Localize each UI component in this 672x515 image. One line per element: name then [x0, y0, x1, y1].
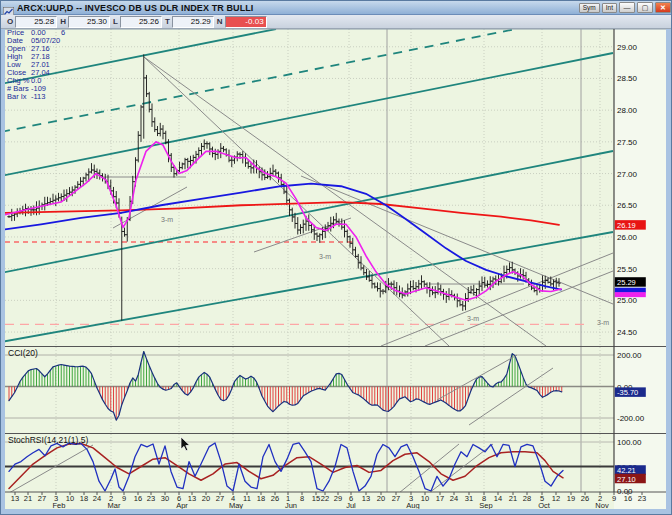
- price-axis-label: 26.00: [617, 233, 638, 242]
- date-tick-label: 26: [271, 494, 279, 503]
- date-tick-label: 30: [161, 494, 169, 503]
- trade-value: 25.29: [172, 16, 214, 28]
- date-tick-label: 15: [312, 494, 320, 503]
- window-title: ARCX:UUP,D -- INVESCO DB US DLR INDEX TR…: [17, 3, 576, 13]
- three-month-label: 3-m: [319, 253, 331, 260]
- date-tick-label: 18: [257, 494, 265, 503]
- chart-window: 3-m3-m3-m3-m29.0028.5028.0027.5027.0026.…: [0, 0, 672, 515]
- date-tick-label: 21: [509, 494, 517, 503]
- high-value: 25.30: [68, 16, 110, 28]
- axis-tag: [615, 288, 646, 293]
- info-extra: 6: [61, 28, 65, 37]
- three-month-label: 3-m: [467, 315, 479, 322]
- date-tick-label: 20: [377, 494, 385, 503]
- date-tick-label: 9: [122, 494, 126, 503]
- date-tick-label: 13: [362, 494, 370, 503]
- axis-tag: [615, 292, 646, 297]
- date-tick-label: 17: [436, 494, 444, 503]
- price-axis-label: 25.00: [617, 296, 638, 305]
- close-button[interactable]: ✕: [655, 2, 671, 13]
- price-axis-label: 26.50: [617, 201, 638, 210]
- low-label: L: [111, 17, 120, 26]
- cci-label: CCI(20): [8, 348, 38, 358]
- low-value: 25.26: [120, 16, 162, 28]
- date-tick-label: 10: [421, 494, 429, 503]
- minimize-button[interactable]: —: [619, 2, 635, 13]
- date-tick-label: 22: [321, 494, 329, 503]
- date-tick-label: 13: [188, 494, 196, 503]
- price-axis-label: 28.00: [617, 106, 638, 115]
- date-tick-label: 27: [392, 494, 400, 503]
- date-tick-label: 16: [134, 494, 142, 503]
- open-value: 25.28: [15, 16, 57, 28]
- date-tick-label: 23: [638, 494, 646, 503]
- date-tick-label: 18: [80, 494, 88, 503]
- date-tick-label: 8: [300, 494, 304, 503]
- open-label: O: [5, 17, 15, 26]
- date-tick-label: 13: [11, 494, 19, 503]
- date-tick-label: 28: [523, 494, 531, 503]
- date-tick-label: 24: [450, 494, 458, 503]
- price-axis-label: 28.50: [617, 74, 638, 83]
- axis-tag-text: 25.29: [617, 278, 636, 287]
- date-tick-label: 16: [624, 494, 632, 503]
- date-tick-label: 29: [334, 494, 342, 503]
- date-tick-label: 24: [93, 494, 101, 503]
- axis-tag-text: 27.10: [617, 475, 636, 484]
- sym-button[interactable]: Sym: [579, 3, 600, 13]
- three-month-label: 3-m: [161, 216, 173, 223]
- date-tick-label: 9: [612, 494, 616, 503]
- quote-bar: O25.28 H25.30 L25.26 T25.29 N-0.03: [1, 15, 672, 29]
- date-tick-label: 27: [38, 494, 46, 503]
- info-label: Bar Ix: [7, 92, 27, 101]
- price-axis-label: 29.00: [617, 43, 638, 52]
- stochrsi-label: StochRSI(14,21(1),5): [8, 435, 88, 445]
- maximize-button[interactable]: ▢: [637, 2, 653, 13]
- net-change-label: N: [215, 17, 225, 26]
- date-tick-label: 31: [465, 494, 473, 503]
- date-tick-label: 21: [24, 494, 32, 503]
- price-axis-label: 24.50: [617, 328, 638, 337]
- date-tick-label: 20: [202, 494, 210, 503]
- date-tick-label: 10: [66, 494, 74, 503]
- date-tick-label: 14: [494, 494, 502, 503]
- date-tick-label: 11: [243, 494, 251, 503]
- date-tick-label: 12: [552, 494, 560, 503]
- axis-tag-text: 26.19: [617, 221, 636, 230]
- price-axis-label: 27.50: [617, 138, 638, 147]
- cci-axis-label: 200.00: [617, 351, 642, 360]
- window-icon: [3, 3, 14, 13]
- price-axis-label: 27.00: [617, 170, 638, 179]
- date-tick-label: 19: [567, 494, 575, 503]
- info-value: -113: [31, 92, 45, 101]
- int-button[interactable]: Int: [602, 3, 617, 13]
- price-axis-label: 25.50: [617, 265, 638, 274]
- cci-axis-label: -200.00: [617, 414, 645, 423]
- date-tick-label: 23: [147, 494, 155, 503]
- trade-label: T: [163, 17, 172, 26]
- stoch-axis-label: 100.00: [617, 438, 642, 447]
- high-label: H: [58, 17, 68, 26]
- chart-area[interactable]: 3-m3-m3-m3-m29.0028.5028.0027.5027.0026.…: [1, 1, 672, 515]
- titlebar[interactable]: ARCX:UUP,D -- INVESCO DB US DLR INDEX TR…: [1, 1, 672, 15]
- net-change-value: -0.03: [225, 16, 267, 28]
- three-month-label: 3-m: [597, 319, 609, 326]
- axis-tag-text: -35.70: [617, 388, 638, 397]
- date-tick-label: 27: [216, 494, 224, 503]
- date-tick-label: 26: [581, 494, 589, 503]
